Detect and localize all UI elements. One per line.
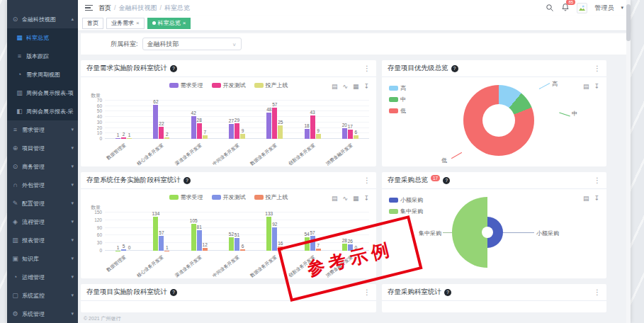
breadcrumb-home[interactable]: 首页 xyxy=(98,4,111,13)
bar-value-label: 1 xyxy=(166,245,169,250)
bar: 57 xyxy=(272,108,277,139)
scrollbar[interactable] xyxy=(626,0,631,323)
sidebar-item-6[interactable]: ≡需求管理▾ xyxy=(7,120,78,139)
sidebar-item-label: 流程管理 xyxy=(22,218,45,226)
legend-item[interactable]: 需求受理 xyxy=(169,193,203,201)
sidebar-item-10[interactable]: ✎配置管理▾ xyxy=(7,194,78,212)
bar-value-label: 57 xyxy=(272,102,277,107)
bar-value-label: 5 xyxy=(123,244,125,249)
legend-item[interactable]: 高 xyxy=(389,84,406,92)
legend-item[interactable]: 需求受理 xyxy=(169,81,203,89)
help-icon[interactable]: ? xyxy=(170,289,177,296)
legend-swatch xyxy=(389,198,398,203)
help-icon[interactable]: ? xyxy=(183,177,191,184)
sidebar-item-4[interactable]: ▥周例会展示报表-项目 xyxy=(7,84,78,102)
sidebar-item-11[interactable]: ◈流程管理▾ xyxy=(7,212,78,231)
bar: 42 xyxy=(191,116,196,139)
legend-item[interactable]: 集中采购 xyxy=(389,208,423,215)
more-icon[interactable]: ⋮ xyxy=(363,64,371,72)
legend-item[interactable]: 开发测试 xyxy=(212,81,246,89)
sidebar-item-2[interactable]: ≡版本跟踪 xyxy=(7,47,78,65)
sidebar-item-15[interactable]: ▢系统监控▾ xyxy=(7,286,78,305)
breadcrumb-separator: / xyxy=(114,4,116,11)
scrollbar-thumb[interactable] xyxy=(626,4,631,41)
config-mgmt-icon: ✎ xyxy=(11,200,19,207)
search-icon[interactable] xyxy=(546,4,554,12)
sidebar-item-9[interactable]: ∩外包管理▾ xyxy=(7,176,78,194)
tab-首页[interactable]: 首页 xyxy=(82,18,103,29)
chevron-down-icon: ∨ xyxy=(232,41,237,46)
tab-业务需求[interactable]: 业务需求× xyxy=(106,18,145,29)
sidebar-item-16[interactable]: ⚙系统管理▾ xyxy=(7,305,78,323)
more-icon[interactable]: ⋮ xyxy=(594,64,601,72)
chevron-down-icon: ▾ xyxy=(71,274,74,280)
y-tick-label: 120 xyxy=(86,217,102,222)
y-tick-label: 10 xyxy=(86,130,102,135)
more-icon[interactable]: ⋮ xyxy=(363,288,371,296)
legend-item[interactable]: 开发测试 xyxy=(212,193,246,201)
label-line xyxy=(451,152,462,159)
fintech-view-icon: ⊙ xyxy=(11,16,19,23)
line-chart-icon[interactable]: ∿ xyxy=(342,195,348,202)
sidebar-item-5[interactable]: ◧周例会展示报表-采购 xyxy=(7,102,78,120)
legend-item[interactable]: 低 xyxy=(389,107,406,115)
bar-value-label: 43 xyxy=(310,110,315,115)
help-icon[interactable]: ? xyxy=(444,289,451,296)
close-tab-icon[interactable]: × xyxy=(183,20,186,26)
system-monitor-icon: ▢ xyxy=(11,292,19,299)
more-icon[interactable]: ⋮ xyxy=(594,176,601,184)
notification-bell-icon[interactable]: 85 xyxy=(561,3,570,13)
more-icon[interactable]: ⋮ xyxy=(363,176,371,184)
file-text-icon[interactable]: ▤ xyxy=(332,195,338,202)
legend-item[interactable]: 中 xyxy=(389,96,406,103)
sidebar-item-12[interactable]: ▥报表管理▾ xyxy=(7,231,78,249)
bar-chart-icon[interactable]: ▦ xyxy=(353,195,359,202)
department-select[interactable]: 金融科技部 ∨ xyxy=(142,38,242,50)
help-icon[interactable]: ? xyxy=(451,65,458,72)
sidebar-item-0[interactable]: ⊙金融科技视图▴ xyxy=(7,10,78,28)
help-icon[interactable]: ? xyxy=(170,65,177,72)
hamburger-icon[interactable] xyxy=(85,5,93,11)
bar-value-label: 62 xyxy=(153,99,158,104)
chevron-down-icon: ▾ xyxy=(71,293,74,298)
bar: 5 xyxy=(121,249,126,251)
slice-label-centralized: 集中采购 xyxy=(410,230,441,237)
sidebar-item-7[interactable]: ⊕项目管理▾ xyxy=(7,139,78,157)
legend-item[interactable]: 小额采购 xyxy=(389,196,423,204)
chevron-down-icon: ▾ xyxy=(71,311,74,317)
legend-item[interactable]: 投产上线 xyxy=(254,81,288,89)
sidebar-item-1[interactable]: ▦科室总览 xyxy=(7,28,78,47)
download-icon[interactable]: ↧ xyxy=(594,195,599,202)
file-text-icon[interactable]: ▤ xyxy=(583,195,589,202)
chevron-down-icon: ▾ xyxy=(71,256,74,261)
bar-value-label: 28 xyxy=(197,118,202,123)
plot-area: 0102030405060701216222242287272994857251… xyxy=(105,101,369,139)
active-tab-dot xyxy=(152,21,156,25)
chevron-down-icon: ▾ xyxy=(71,145,74,151)
line-chart-icon[interactable]: ∿ xyxy=(342,83,348,90)
help-icon[interactable]: ? xyxy=(443,177,450,184)
legend-item[interactable]: 投产上线 xyxy=(254,193,288,201)
file-text-icon[interactable]: ▤ xyxy=(332,83,338,90)
download-icon[interactable]: ↧ xyxy=(363,83,369,90)
tab-科室总览[interactable]: 科室总览× xyxy=(147,18,191,29)
avatar[interactable] xyxy=(577,3,587,13)
sidebar-item-8[interactable]: ⊙商务管理▾ xyxy=(7,157,78,176)
download-icon[interactable]: ↧ xyxy=(594,83,599,90)
breadcrumb-fintech-view[interactable]: 金融科技视图 xyxy=(119,4,157,13)
bar-chart-icon[interactable]: ▦ xyxy=(353,83,359,90)
user-menu-caret-icon[interactable]: ▾ xyxy=(621,5,623,11)
dept-overview-icon: ▦ xyxy=(16,34,23,41)
bar-value-label: 133 xyxy=(265,211,273,216)
bar-value-label: 48 xyxy=(266,107,271,112)
username-label[interactable]: 管理员 xyxy=(594,4,614,13)
more-icon[interactable]: ⋮ xyxy=(594,288,601,296)
download-icon[interactable]: ↧ xyxy=(363,195,369,202)
sidebar-item-14[interactable]: ◔运维管理▾ xyxy=(7,268,78,286)
sidebar-item-3[interactable]: ◔需求周期视图 xyxy=(7,65,78,84)
bar: 134 xyxy=(153,217,158,251)
close-tab-icon[interactable]: × xyxy=(136,20,140,26)
sidebar-item-13[interactable]: ▣知识库▾ xyxy=(7,249,78,268)
bar-value-label: 7 xyxy=(203,130,206,135)
file-text-icon[interactable]: ▤ xyxy=(583,83,589,90)
